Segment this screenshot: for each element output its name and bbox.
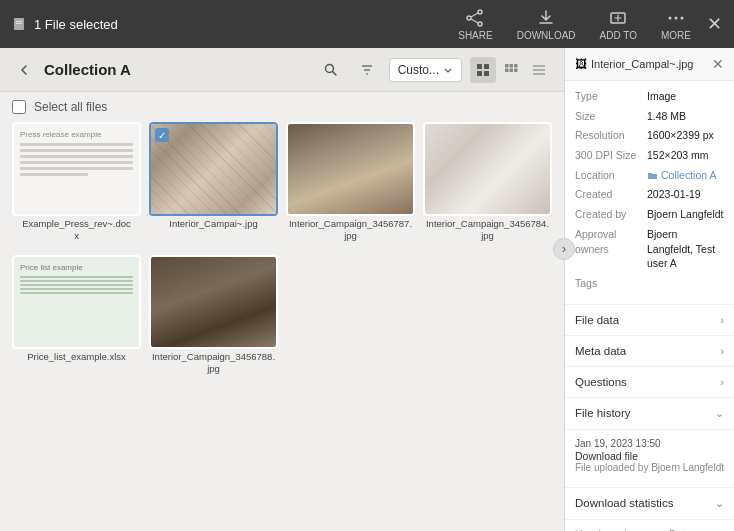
list-item[interactable]: ✓ Interior_Campai~.jpg [149, 122, 278, 247]
close-button[interactable]: ✕ [707, 13, 722, 35]
image-file-icon: 🖼 [575, 57, 587, 71]
view-buttons [470, 57, 552, 83]
history-date: Jan 19, 2023 13:50 [575, 438, 724, 449]
meta-val-created-by: Bjoern Langfeldt [647, 207, 724, 222]
folder-icon [647, 170, 658, 181]
custom-dropdown-label: Custo... [398, 63, 439, 77]
chevron-right-icon: › [720, 314, 724, 326]
file-name: Interior_Campai~.jpg [149, 216, 278, 234]
select-all-row: Select all files [12, 100, 552, 114]
list-item[interactable]: Price list example Price_list_example.xl… [12, 255, 141, 380]
list-item[interactable]: Interior_Campaign_3456788.jpg [149, 255, 278, 380]
meta-key-size: Size [575, 109, 647, 124]
svg-rect-18 [484, 64, 489, 69]
history-entry: Jan 19, 2023 13:50 Download file File up… [575, 438, 724, 473]
meta-val-location[interactable]: Collection A [647, 168, 724, 183]
meta-section: Type Image Size 1.48 MB Resolution 1600×… [565, 81, 734, 305]
meta-val-approval: Bjoern Langfeldt, Test user A [647, 227, 724, 271]
meta-key-location: Location [575, 168, 647, 183]
file-history-label: File history [575, 407, 631, 419]
add-to-button[interactable]: ADD TO [600, 8, 637, 41]
more-label: MORE [661, 30, 691, 41]
download-stats-content: User/e-mai Date Bjoern Langfeldt Mar 23,… [565, 520, 734, 531]
grid-view-icon [476, 63, 490, 77]
search-button[interactable] [317, 56, 345, 84]
right-panel: 🖼 Interior_Campal~.jpg ✕ Type Image Size… [564, 48, 734, 531]
doc-thumb-title: Press release example [20, 130, 101, 139]
list-item[interactable]: Interior_Campaign_3456784.jpg [423, 122, 552, 247]
grid-view-button[interactable] [470, 57, 496, 83]
filter-button[interactable] [353, 56, 381, 84]
file-grid-area: Select all files Press release example [0, 92, 564, 531]
file-history-section[interactable]: File history ⌄ [565, 398, 734, 430]
meta-row-tags: Tags [575, 276, 724, 291]
custom-dropdown[interactable]: Custo... [389, 58, 462, 82]
chevron-right-icon: › [720, 376, 724, 388]
xl-line [20, 284, 133, 286]
medium-grid-icon [504, 63, 518, 77]
doc-line [20, 149, 133, 152]
share-icon [465, 8, 485, 28]
empty-slot [286, 255, 415, 380]
meta-key-created-by: Created by [575, 207, 647, 222]
dropdown-chevron-icon [443, 65, 453, 75]
download-label: DOWNLOAD [517, 30, 576, 41]
more-button[interactable]: MORE [661, 8, 691, 41]
meta-key-created: Created [575, 187, 647, 202]
selected-checkbox: ✓ [155, 128, 169, 142]
file-icon [12, 16, 28, 32]
svg-point-3 [478, 10, 482, 14]
collapse-panel-button[interactable]: › [553, 238, 575, 260]
file-data-section[interactable]: File data › [565, 305, 734, 336]
history-action: Download file [575, 450, 724, 462]
list-view-button[interactable] [526, 57, 552, 83]
meta-val-size: 1.48 MB [647, 109, 724, 124]
list-view-icon [532, 63, 546, 77]
meta-data-section[interactable]: Meta data › [565, 336, 734, 367]
share-label: SHARE [458, 30, 492, 41]
share-button[interactable]: SHARE [458, 8, 492, 41]
svg-point-5 [467, 16, 471, 20]
svg-rect-17 [477, 64, 482, 69]
questions-section[interactable]: Questions › [565, 367, 734, 398]
download-button[interactable]: DOWNLOAD [517, 8, 576, 41]
chevron-left-icon [16, 62, 32, 78]
list-item[interactable]: Interior_Campaign_3456787.jpg [286, 122, 415, 247]
date-header: Date [669, 528, 724, 531]
svg-point-11 [681, 16, 684, 19]
meta-row-location: Location Collection A [575, 168, 724, 183]
select-all-checkbox[interactable] [12, 100, 26, 114]
download-stats-section[interactable]: Download statistics ⌄ [565, 488, 734, 520]
image-thumbnail [425, 124, 550, 214]
meta-row-approval: Approval owners Bjoern Langfeldt, Test u… [575, 227, 724, 271]
sub-toolbar-right: Custo... [317, 56, 552, 84]
svg-rect-22 [510, 64, 514, 68]
chevron-down-icon: ⌄ [715, 497, 724, 510]
toolbar-actions: SHARE DOWNLOAD ADD TO MORE [458, 8, 691, 41]
empty-slot [423, 255, 552, 380]
svg-rect-24 [505, 68, 509, 72]
file-grid-row1: Press release example Example_Press_rev~… [12, 122, 552, 247]
file-browser: Collection A Custo... [0, 48, 564, 531]
toolbar: 1 File selected SHARE DOWNLOAD ADD TO [0, 0, 734, 48]
svg-point-9 [669, 16, 672, 19]
add-to-icon [608, 8, 628, 28]
doc-line [20, 167, 133, 170]
back-button[interactable] [12, 58, 36, 82]
doc-line [20, 173, 88, 176]
meta-val-tags [647, 276, 724, 291]
file-thumbnail-wrap: Press release example [12, 122, 141, 216]
medium-grid-view-button[interactable] [498, 57, 524, 83]
panel-close-button[interactable]: ✕ [712, 56, 724, 72]
list-item[interactable]: Press release example Example_Press_rev~… [12, 122, 141, 247]
breadcrumb-title: Collection A [44, 61, 309, 78]
more-icon [666, 8, 686, 28]
meta-val-created: 2023-01-19 [647, 187, 724, 202]
svg-rect-21 [505, 64, 509, 68]
svg-rect-26 [514, 68, 518, 72]
download-stats-label: Download statistics [575, 497, 673, 509]
main-area: Collection A Custo... [0, 48, 734, 531]
meta-val-type: Image [647, 89, 724, 104]
image-thumbnail [151, 257, 276, 347]
add-to-label: ADD TO [600, 30, 637, 41]
